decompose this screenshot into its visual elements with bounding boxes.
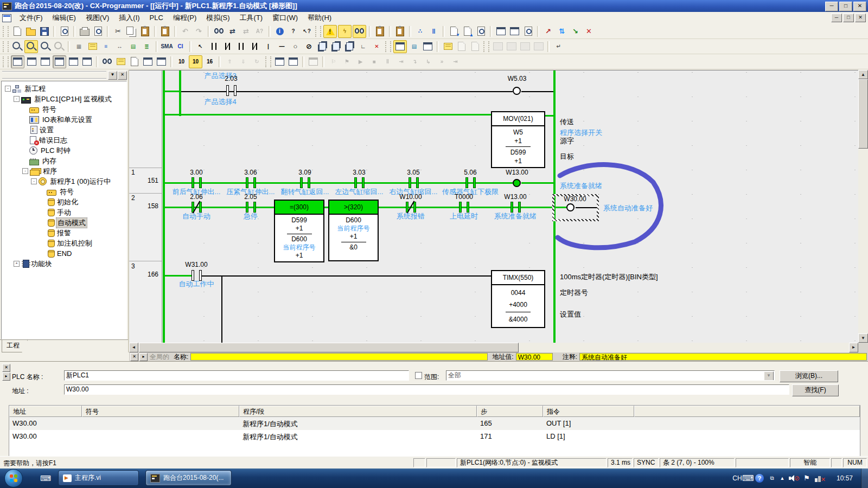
start-button[interactable]	[4, 469, 23, 487]
show-desktop-button[interactable]	[861, 468, 868, 488]
tree-item-END[interactable]: END	[2, 248, 126, 259]
contact-W10.00[interactable]	[406, 202, 416, 213]
transfer-to-plc-icon[interactable]: ▼	[448, 25, 460, 37]
print-preview-icon[interactable]	[92, 25, 104, 37]
column-header-程序/段[interactable]: 程序/段	[239, 406, 477, 417]
tree-item-新PLC1[CP1H] 监视模式[interactable]: -新PLC1[CP1H] 监视模式	[2, 94, 126, 104]
new-coil-icon[interactable]: ○	[289, 41, 302, 53]
vertical-scrollbar[interactable]: ▲ ▼	[858, 70, 868, 343]
return-icon[interactable]: ↵	[552, 41, 565, 53]
tree-connections-icon[interactable]: ≣	[141, 41, 153, 53]
tree-expander-icon[interactable]: -	[31, 178, 37, 184]
find-disabled-icon[interactable]: ⇄	[240, 25, 252, 37]
pane-3-icon[interactable]	[519, 41, 531, 53]
tree-item-自动模式[interactable]: 自动模式	[2, 217, 126, 228]
vertical-line-icon[interactable]: |	[262, 41, 275, 53]
address-value-field[interactable]: W30.00	[516, 353, 553, 361]
contact-3.05[interactable]	[409, 177, 419, 188]
tree-item-功能块[interactable]: +功能块	[2, 259, 126, 269]
replace-az-icon[interactable]: A?	[253, 25, 266, 37]
action-center-flag-icon[interactable]: ⚑	[802, 468, 812, 488]
workspace-pin-button[interactable]: ▼	[108, 71, 117, 80]
differential-monitor-icon[interactable]	[307, 56, 320, 68]
monitor-box-icon[interactable]: ▤	[127, 41, 139, 53]
plc-name-field[interactable]: 新PLC1	[64, 370, 409, 381]
show-list-icon[interactable]: ≡	[100, 41, 112, 53]
contact-3.00[interactable]	[192, 177, 202, 188]
zoom-out-icon[interactable]	[53, 41, 65, 53]
view-ci-icon[interactable]: CI	[174, 41, 187, 53]
erase-icon[interactable]: ✕	[371, 41, 383, 53]
contact-2.05[interactable]	[246, 202, 256, 213]
scroll-down-button[interactable]: ▼	[858, 333, 868, 343]
volume-muted-icon[interactable]: ⊘	[789, 475, 796, 481]
view-sma-icon[interactable]: SMA	[161, 41, 173, 53]
instruction-equals[interactable]: =(300) D599+1D600当前程序号+1	[274, 200, 324, 262]
dock-handle[interactable]	[2, 71, 106, 79]
next-reference-icon[interactable]: ⇓	[237, 56, 250, 68]
mdi-close-button[interactable]: ✕	[855, 14, 866, 22]
table-row[interactable]: W30.00新程序1/自动模式165OUT [1]	[9, 417, 860, 430]
doc-next-icon[interactable]	[469, 41, 481, 53]
run-simulation-icon[interactable]: ▶	[354, 56, 367, 68]
instruction-timx[interactable]: TIMX(550) 0044+4000&4000	[491, 270, 545, 328]
table-row[interactable]: W30.00新程序1/自动模式171LD [1]	[9, 430, 860, 443]
scroll-left-button[interactable]: ◄	[129, 343, 138, 352]
pane-2-icon[interactable]	[505, 41, 518, 53]
download-icon[interactable]: ↘	[569, 25, 582, 37]
menu-6[interactable]: 编程(P)	[168, 12, 201, 23]
rung-width-icon[interactable]: ↔	[113, 41, 126, 53]
replace-icon[interactable]: ⇄	[226, 25, 239, 37]
menu-2[interactable]: 编辑(E)	[48, 12, 81, 23]
window-zoom-icon[interactable]	[25, 56, 38, 68]
undo-icon[interactable]: ↶	[179, 25, 192, 37]
copy-icon[interactable]	[125, 25, 138, 37]
coil-W5.03[interactable]	[513, 87, 521, 95]
transfer-from-plc-icon[interactable]: ▲	[461, 25, 474, 37]
window-toggle-icon[interactable]	[11, 55, 24, 68]
close-button[interactable]: ✕	[853, 2, 866, 11]
cross-reference-icon[interactable]	[101, 56, 113, 68]
horizontal-line-icon[interactable]: —	[276, 41, 288, 53]
paste-special-icon[interactable]	[159, 25, 171, 37]
finder-dock-button[interactable]: ▸	[2, 373, 10, 381]
column-header-符号[interactable]: 符号	[82, 406, 239, 417]
pause-points-icon[interactable]: ∴	[414, 25, 426, 37]
cancel-icon[interactable]: ✕	[583, 25, 595, 37]
tree-item-错误日志[interactable]: 错误日志	[2, 135, 126, 145]
show-grid-icon[interactable]: ▦	[73, 41, 85, 53]
menu-9[interactable]: 窗口(W)	[267, 12, 303, 23]
window-plain-icon[interactable]	[67, 56, 80, 68]
pause-monitor-icon[interactable]: ⚐	[327, 56, 340, 68]
tree-expander-icon[interactable]: -	[22, 168, 28, 174]
comment-note-icon[interactable]	[442, 41, 454, 53]
window-props-icon[interactable]	[81, 56, 93, 68]
new-file-icon[interactable]	[11, 25, 23, 37]
network-disconnected-icon[interactable]: ✕	[815, 474, 824, 482]
tab-project[interactable]: 工程	[2, 340, 28, 352]
range-checkbox[interactable]	[415, 372, 422, 379]
tree-item-初始化[interactable]: 初始化	[2, 197, 126, 207]
vscroll-thumb[interactable]	[858, 79, 868, 149]
menu-10[interactable]: 帮助(H)	[303, 12, 336, 23]
address-list-icon[interactable]	[142, 56, 154, 68]
menu-8[interactable]: 工具(T)	[235, 12, 268, 23]
instruction-invert-icon[interactable]	[343, 41, 356, 53]
tree-item-新工程[interactable]: -新工程	[2, 84, 126, 94]
help-icon[interactable]: ?	[287, 25, 299, 37]
tree-item-手动[interactable]: 手动	[2, 207, 126, 217]
column-header-地址[interactable]: 地址	[9, 406, 82, 417]
cut-icon[interactable]: ✂	[112, 25, 124, 37]
rung-comment-icon[interactable]	[86, 41, 99, 53]
flash-monitor-icon[interactable]: ϟ	[338, 25, 352, 38]
watch-window-icon[interactable]	[393, 40, 407, 53]
instruction-greater[interactable]: >(320) D600当前程序号+1&0	[328, 200, 379, 261]
select-tool-icon[interactable]: ↖	[194, 41, 207, 53]
coil-W13.00[interactable]	[513, 179, 521, 187]
menu-5[interactable]: PLC	[145, 12, 168, 23]
address-field[interactable]: W30.00	[64, 384, 789, 395]
new-contact-nc-icon[interactable]	[221, 41, 234, 53]
new-contact-or-nc-icon[interactable]	[248, 41, 261, 53]
contact-5.06[interactable]	[465, 177, 476, 188]
instruction-box-icon[interactable]	[316, 41, 329, 53]
